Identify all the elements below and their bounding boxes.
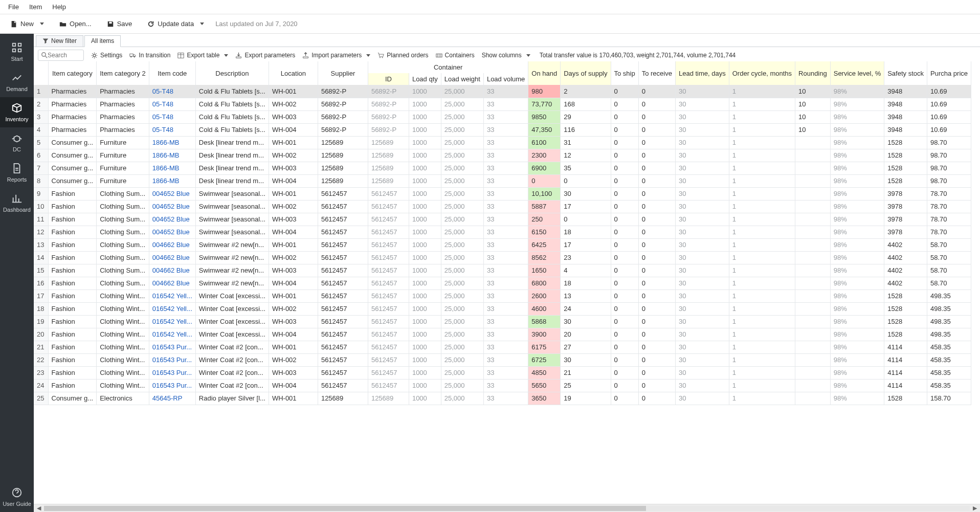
cell-days-supply[interactable]: 19 bbox=[561, 392, 611, 405]
show-columns-button[interactable]: Show columns bbox=[482, 52, 530, 59]
cell-lead-time[interactable]: 30 bbox=[675, 290, 729, 302]
cell-load-weight[interactable]: 25,000 bbox=[441, 110, 483, 123]
cell-on-hand[interactable]: 3650 bbox=[528, 392, 561, 405]
cell-to-ship[interactable]: 0 bbox=[611, 110, 638, 123]
cell-purchase-price[interactable]: 10.69 bbox=[927, 110, 971, 123]
cell-item-category[interactable]: Pharmacies bbox=[48, 98, 97, 110]
cell-lead-time[interactable]: 30 bbox=[675, 392, 729, 405]
cell-item-code[interactable]: 004652 Blue bbox=[149, 200, 195, 213]
cell-lead-time[interactable]: 30 bbox=[675, 162, 729, 174]
cell-order-cycle[interactable]: 1 bbox=[729, 162, 795, 174]
cell-lead-time[interactable]: 30 bbox=[675, 149, 729, 162]
col-item-code[interactable]: Item code bbox=[149, 61, 195, 85]
cell-container-id[interactable]: 125689 bbox=[368, 136, 409, 149]
cell-load-qty[interactable]: 1000 bbox=[409, 353, 441, 366]
cell-safety-stock[interactable]: 4402 bbox=[884, 251, 927, 264]
cell-load-qty[interactable]: 1000 bbox=[409, 379, 441, 392]
cell-to-ship[interactable]: 0 bbox=[611, 226, 638, 238]
cell-location[interactable]: WH-002 bbox=[269, 353, 318, 366]
cell-to-receive[interactable]: 0 bbox=[638, 238, 675, 251]
cell-to-ship[interactable]: 0 bbox=[611, 187, 638, 200]
cell-item-category[interactable]: Fashion bbox=[48, 315, 97, 328]
cell-service-level[interactable]: 98% bbox=[830, 136, 884, 149]
cell-location[interactable]: WH-004 bbox=[269, 379, 318, 392]
col-location[interactable]: Location bbox=[269, 61, 318, 85]
cell-order-cycle[interactable]: 1 bbox=[729, 213, 795, 226]
cell-item-code[interactable]: 1866-MB bbox=[149, 149, 195, 162]
cell-description[interactable]: Swimwear #2 new[n... bbox=[195, 277, 269, 290]
cell-to-ship[interactable]: 0 bbox=[611, 290, 638, 302]
cell-item-category[interactable]: Fashion bbox=[48, 238, 97, 251]
cell-on-hand[interactable]: 4850 bbox=[528, 366, 561, 379]
cell-load-volume[interactable]: 33 bbox=[483, 379, 528, 392]
cell-item-code[interactable]: 1866-MB bbox=[149, 136, 195, 149]
cell-days-supply[interactable]: 20 bbox=[561, 328, 611, 341]
cell-safety-stock[interactable]: 1528 bbox=[884, 315, 927, 328]
cell-load-weight[interactable]: 25,000 bbox=[441, 315, 483, 328]
row-number[interactable]: 15 bbox=[34, 264, 48, 277]
cell-load-volume[interactable]: 33 bbox=[483, 264, 528, 277]
cell-to-receive[interactable]: 0 bbox=[638, 213, 675, 226]
row-number[interactable]: 4 bbox=[34, 123, 48, 136]
cell-purchase-price[interactable]: 58.70 bbox=[927, 251, 971, 264]
sidebar-item-dc[interactable]: DC bbox=[0, 127, 34, 158]
row-number[interactable]: 10 bbox=[34, 200, 48, 213]
row-number[interactable]: 22 bbox=[34, 353, 48, 366]
cell-order-cycle[interactable]: 1 bbox=[729, 174, 795, 187]
cell-to-receive[interactable]: 0 bbox=[638, 187, 675, 200]
cell-to-receive[interactable]: 0 bbox=[638, 98, 675, 110]
sidebar-item-reports[interactable]: Reports bbox=[0, 158, 34, 188]
cell-safety-stock[interactable]: 1528 bbox=[884, 162, 927, 174]
row-number[interactable]: 16 bbox=[34, 277, 48, 290]
cell-to-ship[interactable]: 0 bbox=[611, 315, 638, 328]
table-row[interactable]: 8Consumer g...Furniture1866-MBDesk [line… bbox=[34, 174, 971, 187]
cell-days-supply[interactable]: 18 bbox=[561, 277, 611, 290]
cell-load-volume[interactable]: 33 bbox=[483, 200, 528, 213]
cell-on-hand[interactable]: 6425 bbox=[528, 238, 561, 251]
cell-description[interactable]: Cold & Flu Tablets [s... bbox=[195, 123, 269, 136]
cell-load-volume[interactable]: 33 bbox=[483, 366, 528, 379]
cell-item-category[interactable]: Fashion bbox=[48, 366, 97, 379]
cell-service-level[interactable]: 98% bbox=[830, 328, 884, 341]
cell-to-receive[interactable]: 0 bbox=[638, 353, 675, 366]
cell-lead-time[interactable]: 30 bbox=[675, 110, 729, 123]
cell-to-ship[interactable]: 0 bbox=[611, 98, 638, 110]
cell-item-category-2[interactable]: Clothing Sum... bbox=[97, 213, 149, 226]
cell-description[interactable]: Winter Coat #2 [con... bbox=[195, 366, 269, 379]
cell-location[interactable]: WH-004 bbox=[269, 226, 318, 238]
search-input[interactable] bbox=[48, 52, 78, 59]
cell-item-code[interactable]: 45645-RP bbox=[149, 392, 195, 405]
cell-load-volume[interactable]: 33 bbox=[483, 136, 528, 149]
cell-rounding[interactable] bbox=[795, 341, 831, 353]
cell-to-receive[interactable]: 0 bbox=[638, 136, 675, 149]
cell-load-volume[interactable]: 33 bbox=[483, 213, 528, 226]
cell-to-ship[interactable]: 0 bbox=[611, 251, 638, 264]
cell-location[interactable]: WH-001 bbox=[269, 238, 318, 251]
cell-to-ship[interactable]: 0 bbox=[611, 341, 638, 353]
cell-item-category[interactable]: Consumer g... bbox=[48, 136, 97, 149]
col-lead-time[interactable]: Lead time, days bbox=[675, 61, 729, 85]
cell-order-cycle[interactable]: 1 bbox=[729, 379, 795, 392]
cell-load-qty[interactable]: 1000 bbox=[409, 315, 441, 328]
cell-lead-time[interactable]: 30 bbox=[675, 366, 729, 379]
cell-item-category-2[interactable]: Pharmacies bbox=[97, 85, 149, 98]
cell-load-qty[interactable]: 1000 bbox=[409, 392, 441, 405]
cell-supplier[interactable]: 5612457 bbox=[318, 302, 368, 315]
cell-item-category-2[interactable]: Furniture bbox=[97, 162, 149, 174]
cell-location[interactable]: WH-003 bbox=[269, 162, 318, 174]
table-row[interactable]: 24FashionClothing Wint...016543 Pur...Wi… bbox=[34, 379, 971, 392]
cell-to-receive[interactable]: 0 bbox=[638, 226, 675, 238]
cell-to-ship[interactable]: 0 bbox=[611, 174, 638, 187]
cell-container-id[interactable]: 5612457 bbox=[368, 238, 409, 251]
cell-item-category-2[interactable]: Clothing Wint... bbox=[97, 353, 149, 366]
cell-order-cycle[interactable]: 1 bbox=[729, 302, 795, 315]
cell-description[interactable]: Swimwear [seasonal... bbox=[195, 213, 269, 226]
cell-load-weight[interactable]: 25,000 bbox=[441, 341, 483, 353]
cell-safety-stock[interactable]: 1528 bbox=[884, 149, 927, 162]
cell-service-level[interactable]: 98% bbox=[830, 85, 884, 98]
cell-item-code[interactable]: 016542 Yell... bbox=[149, 315, 195, 328]
cell-purchase-price[interactable]: 498.35 bbox=[927, 302, 971, 315]
cell-load-qty[interactable]: 1000 bbox=[409, 213, 441, 226]
col-order-cycle[interactable]: Order cycle, months bbox=[729, 61, 795, 85]
cell-service-level[interactable]: 98% bbox=[830, 277, 884, 290]
